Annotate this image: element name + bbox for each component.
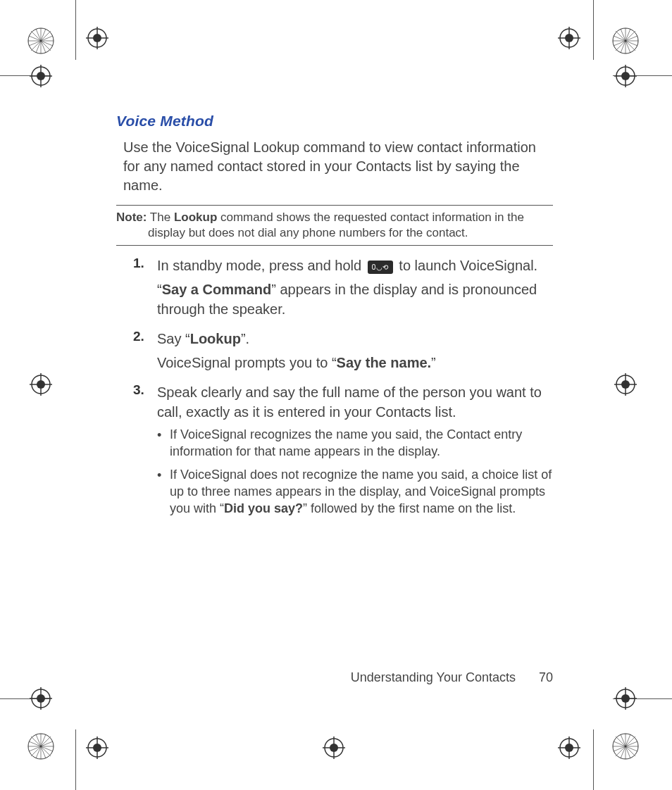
target-mark-icon [614,373,637,396]
target-mark-icon [614,65,637,87]
target-mark-icon [614,687,637,710]
bullet-item: •If VoiceSignal recognizes the name you … [157,426,553,460]
crop-mark-icon [27,732,55,760]
section-title: Voice Method [116,113,553,130]
note-box: Note: The Lookup command shows the reque… [116,205,553,246]
bold-text: Say the name. [337,355,432,370]
target-mark-icon [30,373,52,396]
bullet-list: •If VoiceSignal recognizes the name you … [157,426,553,517]
bullet-text: If VoiceSignal recognizes the name you s… [170,426,553,460]
step-line: “Say a Command” appears in the display a… [157,280,553,319]
step-item: 1.In standby mode, press and hold 0◡⟲ to… [133,256,553,323]
bullet-dot-icon: • [157,426,170,460]
bold-text: Lookup [190,331,241,346]
target-mark-icon [558,27,580,49]
step-line: Say “Lookup”. [157,329,436,349]
bold-text: Did you say? [224,501,303,515]
crop-mark-icon [611,27,640,55]
step-line: In standby mode, press and hold 0◡⟲ to l… [157,256,553,275]
bullet-text: If VoiceSignal does not recognize the na… [170,466,553,518]
step-item: 3.Speak clearly and say the full name of… [133,382,553,522]
bold-text: Say a Command [162,282,272,297]
page-number: 70 [539,670,553,685]
step-body: Speak clearly and say the full name of t… [157,382,553,522]
page-footer: Understanding Your Contacts 70 [116,670,553,685]
steps-list: 1.In standby mode, press and hold 0◡⟲ to… [133,256,553,522]
bullet-item: •If VoiceSignal does not recognize the n… [157,466,553,518]
step-number: 2. [133,329,157,377]
step-item: 2.Say “Lookup”.VoiceSignal prompts you t… [133,329,553,377]
voice-key-icon: 0◡⟲ [368,261,393,274]
page-content: Voice Method Use the VoiceSignal Lookup … [116,113,553,529]
target-mark-icon [558,736,580,759]
step-number: 3. [133,382,157,522]
target-mark-icon [86,736,108,759]
target-mark-icon [86,27,108,49]
note-bold: Lookup [174,211,217,224]
crop-mark-icon [611,732,640,760]
bullet-dot-icon: • [157,466,170,518]
note-text-before: The [147,211,173,224]
crop-mark-icon [27,27,55,55]
footer-section: Understanding Your Contacts [351,670,516,684]
step-line: Speak clearly and say the full name of t… [157,382,553,422]
intro-text: Use the VoiceSignal Lookup command to vi… [123,138,546,195]
step-body: In standby mode, press and hold 0◡⟲ to l… [157,256,553,323]
note-label: Note: [116,211,147,224]
target-mark-icon [30,65,52,87]
step-body: Say “Lookup”.VoiceSignal prompts you to … [157,329,436,377]
target-mark-icon [30,687,52,710]
step-number: 1. [133,256,157,323]
step-line: VoiceSignal prompts you to “Say the name… [157,353,436,372]
target-mark-icon [323,736,345,759]
